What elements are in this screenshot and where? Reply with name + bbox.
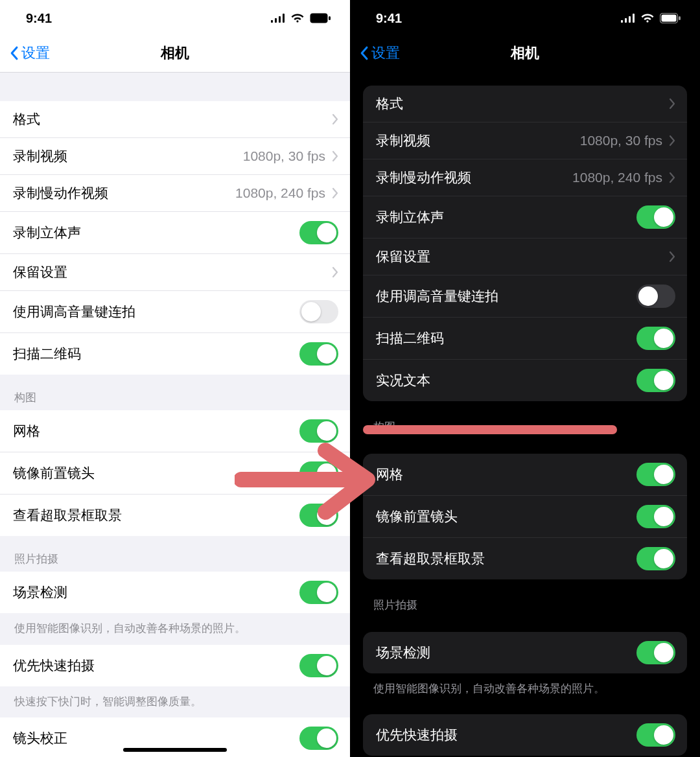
toggle-switch[interactable]: [636, 369, 675, 392]
phone-dark: 9:41 设置 相机 格式录制视频1080p, 30 fps录制慢动作视频108…: [350, 0, 700, 757]
section-footer: 使用智能图像识别，自动改善各种场景的照片。: [350, 673, 700, 701]
status-time: 9:41: [376, 11, 402, 26]
settings-scroll[interactable]: 格式录制视频1080p, 30 fps录制慢动作视频1080p, 240 fps…: [350, 73, 700, 756]
back-button[interactable]: 设置: [359, 43, 400, 63]
status-bar: 9:41: [0, 0, 350, 34]
row-video[interactable]: 录制视频1080p, 30 fps: [0, 138, 350, 175]
wifi-icon: [640, 13, 655, 23]
section-footer: 快速按下快门时，智能调整图像质量。: [0, 686, 350, 718]
svg-rect-0: [271, 20, 273, 23]
row-value: 1080p, 30 fps: [580, 133, 662, 148]
row-label: 实况文本: [376, 371, 636, 390]
row-stereo[interactable]: 录制立体声: [363, 196, 687, 239]
toggle-switch[interactable]: [636, 205, 675, 229]
svg-rect-8: [629, 16, 631, 23]
row-label: 优先快速拍摄: [376, 726, 636, 744]
row-label: 优先快速拍摄: [13, 657, 299, 675]
row-qr[interactable]: 扫描二维码: [363, 318, 687, 360]
row-value: 1080p, 30 fps: [243, 148, 325, 164]
row-label: 场景检测: [376, 644, 636, 662]
toggle-switch[interactable]: [299, 300, 338, 323]
home-indicator[interactable]: [123, 748, 227, 752]
battery-icon: [310, 13, 331, 23]
nav-bar: 设置 相机: [0, 34, 350, 73]
toggle-switch[interactable]: [636, 285, 675, 308]
toggle-switch[interactable]: [636, 723, 675, 747]
row-volburst[interactable]: 使用调高音量键连拍: [363, 275, 687, 318]
row-grid[interactable]: 网格: [0, 410, 350, 452]
nav-title: 相机: [0, 43, 350, 63]
row-label: 保留设置: [376, 248, 665, 266]
toggle-switch[interactable]: [636, 463, 675, 486]
battery-icon: [660, 13, 681, 23]
row-livetext[interactable]: 实况文本: [363, 360, 687, 401]
back-label: 设置: [371, 43, 400, 63]
toggle-switch[interactable]: [299, 654, 338, 677]
section-header: 构图: [0, 375, 350, 410]
row-mirror[interactable]: 镜像前置镜头: [0, 452, 350, 495]
settings-scroll[interactable]: 格式录制视频1080p, 30 fps录制慢动作视频1080p, 240 fps…: [0, 73, 350, 757]
chevron-right-icon: [332, 150, 338, 162]
chevron-left-icon: [9, 46, 19, 60]
row-label: 扫描二维码: [376, 329, 636, 347]
toggle-switch[interactable]: [636, 327, 675, 350]
back-label: 设置: [21, 43, 50, 63]
svg-rect-12: [679, 16, 681, 20]
toggle-switch[interactable]: [299, 581, 338, 604]
row-video[interactable]: 录制视频1080p, 30 fps: [363, 122, 687, 159]
row-grid[interactable]: 网格: [363, 454, 687, 496]
toggle-switch[interactable]: [299, 342, 338, 366]
toggle-switch[interactable]: [299, 504, 338, 527]
toggle-switch[interactable]: [299, 419, 338, 443]
chevron-right-icon: [669, 98, 675, 110]
row-label: 录制慢动作视频: [376, 169, 572, 187]
row-label: 场景检测: [13, 583, 299, 601]
chevron-right-icon: [669, 251, 675, 262]
settings-group: 场景检测: [363, 632, 687, 673]
toggle-switch[interactable]: [299, 461, 338, 485]
row-scene[interactable]: 场景检测: [363, 632, 687, 673]
row-outframe[interactable]: 查看超取景框取景: [363, 538, 687, 579]
status-time: 9:41: [26, 11, 52, 26]
svg-rect-9: [633, 14, 635, 23]
toggle-switch[interactable]: [636, 505, 675, 528]
section-header: 照片拍摄: [0, 536, 350, 572]
settings-group: 网格镜像前置镜头查看超取景框取景: [363, 454, 687, 579]
row-scene[interactable]: 场景检测: [0, 572, 350, 613]
toggle-switch[interactable]: [299, 727, 338, 750]
row-outframe[interactable]: 查看超取景框取景: [0, 495, 350, 536]
toggle-switch[interactable]: [299, 221, 338, 244]
status-bar: 9:41: [350, 0, 700, 34]
row-slomo[interactable]: 录制慢动作视频1080p, 240 fps: [0, 175, 350, 212]
row-slomo[interactable]: 录制慢动作视频1080p, 240 fps: [363, 159, 687, 196]
row-label: 使用调高音量键连拍: [13, 303, 299, 321]
row-mirror[interactable]: 镜像前置镜头: [363, 496, 687, 538]
section-header: 构图: [350, 401, 700, 441]
chevron-left-icon: [359, 46, 369, 60]
back-button[interactable]: 设置: [9, 43, 50, 63]
row-label: 网格: [13, 422, 299, 440]
toggle-switch[interactable]: [636, 641, 675, 664]
row-preserve[interactable]: 保留设置: [0, 254, 350, 291]
row-fastshot[interactable]: 优先快速拍摄: [363, 714, 687, 756]
row-preserve[interactable]: 保留设置: [363, 239, 687, 275]
row-label: 查看超取景框取景: [13, 506, 299, 524]
row-fastshot[interactable]: 优先快速拍摄: [0, 645, 350, 686]
row-format[interactable]: 格式: [363, 86, 687, 122]
row-label: 录制视频: [13, 147, 243, 165]
row-volburst[interactable]: 使用调高音量键连拍: [0, 291, 350, 333]
toggle-switch[interactable]: [636, 547, 675, 570]
status-right: [271, 13, 331, 23]
row-label: 录制立体声: [376, 208, 636, 226]
wifi-icon: [290, 13, 305, 23]
svg-rect-6: [621, 20, 623, 23]
settings-group: 优先快速拍摄: [363, 714, 687, 756]
status-right: [621, 13, 681, 23]
settings-group: 格式录制视频1080p, 30 fps录制慢动作视频1080p, 240 fps…: [0, 101, 350, 375]
svg-rect-1: [275, 18, 277, 23]
row-qr[interactable]: 扫描二维码: [0, 333, 350, 375]
settings-group: 场景检测: [0, 572, 350, 613]
row-value: 1080p, 240 fps: [235, 185, 325, 201]
row-format[interactable]: 格式: [0, 101, 350, 138]
row-stereo[interactable]: 录制立体声: [0, 212, 350, 254]
